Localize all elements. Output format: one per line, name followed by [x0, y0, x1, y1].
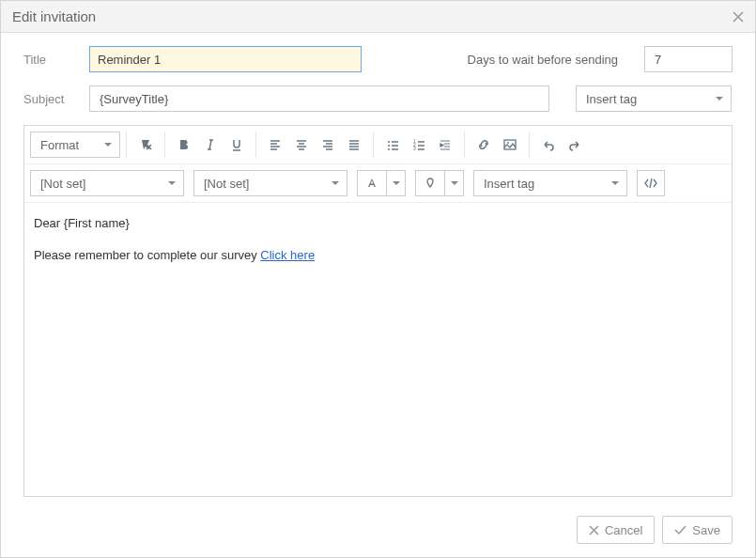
code-icon: [643, 177, 658, 190]
undo-button[interactable]: [535, 132, 562, 158]
close-icon: [589, 525, 599, 535]
bold-button[interactable]: [171, 132, 197, 158]
subject-input[interactable]: [89, 85, 549, 112]
modal-body: Title Days to wait before sending Subjec…: [1, 33, 755, 506]
insert-tag-label: Insert tag: [586, 92, 637, 106]
editor-insert-tag-dropdown[interactable]: Insert tag: [473, 170, 627, 196]
underline-icon: [230, 138, 243, 151]
modal-title: Edit invitation: [12, 8, 96, 24]
title-input[interactable]: [89, 46, 362, 72]
bold-icon: [177, 138, 191, 151]
toolbar-row-2: [Not set] [Not set]: [24, 164, 732, 203]
cancel-button[interactable]: Cancel: [577, 516, 655, 544]
chevron-down-icon: [611, 181, 619, 185]
font-size-dropdown[interactable]: [Not set]: [193, 170, 347, 196]
highlight-caret[interactable]: [445, 170, 464, 196]
bullet-list-button[interactable]: [379, 132, 406, 158]
save-button[interactable]: Save: [662, 516, 733, 544]
align-center-button[interactable]: [288, 132, 315, 158]
editor-body-prefix: Please remember to complete our survey: [34, 248, 260, 262]
redo-icon: [567, 137, 582, 152]
indent-button[interactable]: [432, 132, 458, 158]
align-justify-icon: [347, 138, 361, 151]
image-icon: [502, 137, 517, 152]
toolbar-row-1: Format: [24, 126, 732, 164]
link-icon: [476, 137, 491, 152]
title-row: Title Days to wait before sending: [23, 46, 733, 72]
svg-point-1: [388, 145, 390, 147]
modal-footer: Cancel Save: [1, 506, 755, 557]
chevron-down-icon: [716, 97, 723, 101]
align-right-button[interactable]: [315, 132, 341, 158]
cancel-label: Cancel: [605, 523, 642, 537]
number-list-button[interactable]: 123: [406, 132, 432, 158]
italic-icon: [204, 138, 217, 151]
chevron-down-icon: [393, 181, 400, 185]
close-button[interactable]: [733, 11, 744, 23]
save-label: Save: [692, 523, 720, 537]
font-family-dropdown[interactable]: [Not set]: [30, 170, 184, 196]
indent-icon: [439, 138, 452, 151]
chevron-down-icon: [451, 181, 458, 185]
editor-greeting: Dear {First name}: [34, 216, 130, 230]
days-label: Days to wait before sending: [468, 53, 618, 67]
svg-text:3: 3: [413, 146, 416, 151]
svg-point-0: [388, 141, 390, 143]
check-icon: [674, 525, 687, 535]
modal-header: Edit invitation: [1, 1, 755, 33]
text-color-icon: [365, 177, 378, 190]
format-dropdown[interactable]: Format: [30, 132, 120, 158]
subject-label: Subject: [23, 92, 89, 106]
days-input[interactable]: [644, 46, 733, 72]
text-color-caret[interactable]: [387, 170, 406, 196]
editor-link[interactable]: Click here: [260, 248, 315, 262]
image-button[interactable]: [497, 132, 523, 158]
clear-format-button[interactable]: [132, 132, 159, 158]
svg-point-7: [507, 142, 509, 144]
title-label: Title: [23, 53, 89, 67]
font-size-value: [Not set]: [204, 177, 249, 191]
chevron-down-icon: [332, 181, 339, 185]
svg-point-2: [388, 148, 390, 150]
clear-format-icon: [138, 137, 153, 152]
edit-invitation-modal: Edit invitation Title Days to wait befor…: [0, 0, 756, 558]
format-label: Format: [40, 138, 79, 152]
close-icon: [733, 11, 744, 23]
align-justify-button[interactable]: [341, 132, 367, 158]
editor-container: Format: [23, 125, 733, 497]
source-view-button[interactable]: [637, 170, 665, 196]
underline-button[interactable]: [224, 132, 250, 158]
editor-insert-tag-label: Insert tag: [484, 177, 534, 191]
align-left-icon: [269, 138, 282, 151]
link-button[interactable]: [471, 132, 497, 158]
align-center-icon: [295, 138, 308, 151]
insert-tag-dropdown[interactable]: Insert tag: [576, 85, 732, 112]
subject-row: Subject Insert tag: [23, 85, 733, 112]
font-family-value: [Not set]: [40, 177, 85, 191]
chevron-down-icon: [104, 143, 112, 147]
highlight-icon: [424, 177, 437, 190]
italic-button[interactable]: [197, 132, 224, 158]
chevron-down-icon: [168, 181, 176, 185]
bullet-list-icon: [386, 138, 399, 151]
redo-button[interactable]: [562, 132, 588, 158]
text-color-button[interactable]: [357, 170, 387, 196]
highlight-button[interactable]: [415, 170, 445, 196]
align-right-icon: [321, 138, 334, 151]
align-left-button[interactable]: [262, 132, 288, 158]
undo-icon: [541, 137, 556, 152]
number-list-icon: 123: [412, 138, 425, 151]
editor-content[interactable]: Dear {First name} Please remember to com…: [24, 203, 732, 496]
